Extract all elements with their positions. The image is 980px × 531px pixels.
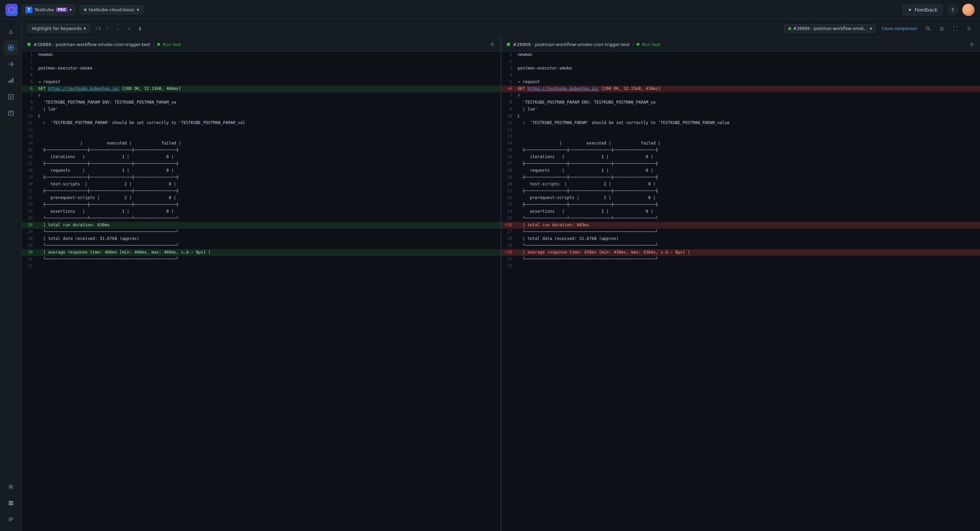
comparison-selector[interactable]: #28909 - postman-workflow-smok... ▾ <box>784 24 877 33</box>
line-number: 4 <box>22 72 35 79</box>
line-content: └─────────────────┴─────────────────┴───… <box>35 215 498 222</box>
line-number: 5 <box>501 79 515 86</box>
sidebar-item-database[interactable] <box>3 496 18 510</box>
help-button[interactable]: ? <box>947 5 958 15</box>
expand-button[interactable]: ⤢ <box>124 24 134 33</box>
download-button[interactable]: ⬇ <box>135 24 145 33</box>
svg-rect-3 <box>8 81 10 83</box>
line-number: 5 <box>22 79 35 86</box>
workspace-selector[interactable]: T Testkube PRO ▾ <box>22 5 75 15</box>
nav-up-button[interactable]: ↑ <box>103 24 112 33</box>
diff-panel-left: #28889 - postman-workflow-smoke-cron-tri… <box>22 38 501 531</box>
sidebar-item-analytics[interactable] <box>3 73 18 88</box>
sidebar-item-settings[interactable] <box>3 479 18 494</box>
line-number: 15 <box>501 147 515 154</box>
highlight-keywords-button[interactable]: Highlight for keywords ▾ <box>27 24 91 33</box>
line-number: 29 <box>22 242 35 249</box>
nav-down-button[interactable]: ↓ <box>113 24 123 33</box>
line-content: | total run duration: 636ms <box>35 222 498 229</box>
cluster-selector[interactable]: testkube-cloud-basic ▾ <box>80 5 143 14</box>
search-button[interactable] <box>923 23 934 34</box>
feedback-button[interactable]: ✦ Feedback <box>902 4 943 16</box>
line-content: postman-executor-smoke <box>35 65 498 72</box>
sidebar-item-home[interactable]: ⌂ <box>3 24 18 39</box>
copy-button[interactable]: ⎘ <box>490 41 495 48</box>
code-line: 2 <box>501 58 980 65</box>
code-line: 11 ✓ 'TESTKUBE_POSTMAN_PARAM' should be … <box>501 120 980 126</box>
line-number: 31 <box>22 256 35 263</box>
svg-rect-10 <box>8 503 13 504</box>
code-line: 27 └────────────────────────────────────… <box>22 229 501 235</box>
line-content: ┼─────────────────┼─────────────────┼───… <box>35 161 498 167</box>
code-line: 13 <box>501 133 980 140</box>
code-line: 19 ┼─────────────────┼─────────────────┼… <box>501 174 980 181</box>
sidebar-item-test-suites[interactable] <box>3 106 18 121</box>
code-line: 26 | total run duration: 636ms <box>22 222 501 229</box>
sidebar: ⌂ <box>0 20 22 531</box>
sidebar-item-test-runs[interactable] <box>3 40 18 55</box>
line-content: └───────────────────────────────────────… <box>35 242 498 249</box>
line-content: | total data received: 31.67kB (approx) <box>35 235 498 242</box>
line-number: 18 <box>501 167 515 174</box>
line-content: requests | 1 | 0 | <box>515 167 977 174</box>
toolbar-copy-button[interactable]: ⎘ <box>964 23 975 34</box>
code-line: 8 'TESTKUBE_POSTMAN_PARAM ENV: TESTKUBE_… <box>22 99 501 106</box>
svg-point-8 <box>10 486 11 488</box>
url-link[interactable]: https://testkube.kubeshop.io/ <box>528 86 599 91</box>
sidebar-item-triggers[interactable] <box>3 57 18 72</box>
svg-rect-11 <box>8 504 13 505</box>
close-comparison-button[interactable]: Close comparison <box>879 25 920 32</box>
line-content: ┼─────────────────┼─────────────────┼───… <box>35 174 498 181</box>
run-test-label: Run test <box>163 42 181 47</box>
user-avatar[interactable] <box>962 4 975 16</box>
line-content: └───────────────────────────────────────… <box>515 229 977 235</box>
line-content: | total run duration: 603ms <box>515 222 977 229</box>
sidebar-item-config[interactable] <box>3 512 18 527</box>
code-line: 15 ┼─────────────────┼─────────────────┼… <box>501 147 980 154</box>
line-number: 22 <box>22 195 35 202</box>
sidebar-item-artifacts[interactable] <box>3 89 18 104</box>
line-content: ┼─────────────────┼─────────────────┼───… <box>515 188 977 195</box>
line-content <box>35 126 498 133</box>
line-number: 11 <box>22 120 35 126</box>
line-content: | lue' <box>515 106 977 113</box>
line-content: test-scripts | 2 | 0 | <box>35 181 498 188</box>
code-line: +6GET https://testkube.kubeshop.io/ [200… <box>501 86 980 92</box>
code-line: 24 assertions | 1 | 0 | <box>22 208 501 215</box>
line-number: 27 <box>501 229 515 235</box>
code-line: 29 └────────────────────────────────────… <box>501 242 980 249</box>
workspace-chevron: ▾ <box>70 7 72 12</box>
line-content: postman-executor-smoke <box>515 65 977 72</box>
line-number: 10 <box>501 113 515 120</box>
line-number: 26 <box>22 222 35 229</box>
copy-button[interactable]: ⎘ <box>969 41 975 48</box>
line-number: 2 <box>22 58 35 65</box>
line-number: 21 <box>501 188 515 195</box>
url-link[interactable]: https://testkube.kubeshop.io/ <box>48 86 120 91</box>
panel-header-right: #28909 - postman-workflow-smoke-cron-tri… <box>501 38 980 51</box>
main-layout: ⌂ <box>0 20 980 531</box>
line-content: newman <box>35 51 498 58</box>
diff-container: #28889 - postman-workflow-smoke-cron-tri… <box>22 38 980 531</box>
code-line: 4 <box>501 72 980 79</box>
line-content: | executed | failed | <box>35 140 498 147</box>
line-content <box>35 72 498 79</box>
line-number: 28 <box>22 235 35 242</box>
collapse-button[interactable]: ⊟ <box>936 23 947 34</box>
code-line: 27 └────────────────────────────────────… <box>501 229 980 235</box>
line-number: 30 <box>22 249 35 256</box>
code-area-left[interactable]: 1newman23postman-executor-smoke45→ reque… <box>22 51 501 531</box>
line-number: 7 <box>22 92 35 99</box>
code-line: 18 requests | 1 | 0 | <box>501 167 980 174</box>
fullscreen-button[interactable]: ⛶ <box>950 23 961 34</box>
code-area-right[interactable]: 1newman23postman-executor-smoke45→ reque… <box>501 51 980 531</box>
code-line: 10L <box>22 113 501 120</box>
line-content <box>515 263 977 270</box>
panel-dot <box>507 43 510 46</box>
line-content <box>515 72 977 79</box>
code-line: 6GET https://testkube.kubeshop.io/ [200 … <box>22 86 501 92</box>
separator: / <box>153 42 154 47</box>
comparison-dot <box>788 27 791 30</box>
code-line: 7r <box>501 92 980 99</box>
comparison-label: #28909 - postman-workflow-smok... <box>793 26 868 31</box>
